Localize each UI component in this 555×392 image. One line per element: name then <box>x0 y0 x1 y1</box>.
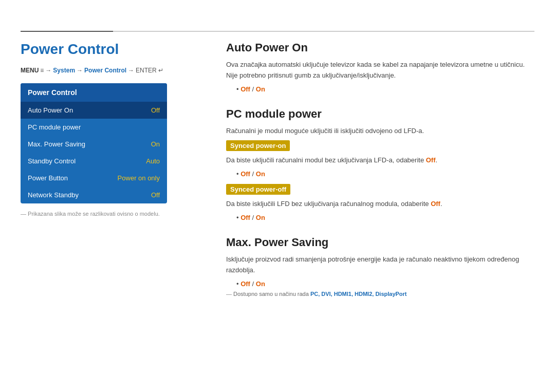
on-text-max-power: On <box>256 280 265 288</box>
menu-item-power-button[interactable]: Power Button Power on only <box>21 170 167 186</box>
off-text-max-power: Off <box>240 280 250 288</box>
breadcrumb-menu: MENU <box>21 67 39 74</box>
menu-item-standby-control[interactable]: Standby Control Auto <box>21 153 167 170</box>
breadcrumb-system: System <box>53 67 75 74</box>
highlight-off-text: Off <box>240 85 250 93</box>
menu-item-auto-power-on[interactable]: Auto Power On Off <box>21 102 167 119</box>
section-title-auto-power-on: Auto Power On <box>226 41 534 54</box>
menu-item-label-network-standby: Network Standby <box>28 191 79 199</box>
menu-item-value-max-power: On <box>151 140 160 148</box>
breadcrumb-arrow3: → <box>128 67 134 74</box>
section-title-pc-module: PC module power <box>226 107 534 121</box>
menu-item-value-network-standby: Off <box>151 191 160 199</box>
menu-item-value-standby: Auto <box>146 157 160 165</box>
on-text-synced-on: On <box>256 170 265 178</box>
synced-power-on-block: Synced power-on Da biste uključili račun… <box>226 140 534 178</box>
bullet-max-power-saving: Off / On <box>236 280 534 288</box>
note-modes: PC, DVI, HDMI1, HDMI2, DisplayPort <box>310 291 407 297</box>
menu-item-label-standby: Standby Control <box>28 157 76 165</box>
note-max-power-saving: Dostupno samo u načinu rada PC, DVI, HDM… <box>226 291 534 297</box>
menu-item-max-power-saving[interactable]: Max. Power Saving On <box>21 136 167 153</box>
left-panel: Power Control MENU ≡ → System → Power Co… <box>21 41 206 217</box>
bullet-synced-power-on: Off / On <box>236 170 534 178</box>
menu-item-label-max-power: Max. Power Saving <box>28 140 85 148</box>
footnote: Prikazana slika može se razlikovati ovis… <box>21 211 206 217</box>
bullet-auto-power-on: Off / On <box>236 85 534 93</box>
section-pc-module-power: PC module power Računalni je modul moguć… <box>226 107 534 221</box>
page-title: Power Control <box>21 41 206 58</box>
section-title-max-power-saving: Max. Power Saving <box>226 236 534 249</box>
menu-item-network-standby[interactable]: Network Standby Off <box>21 186 167 203</box>
menu-item-label-power-button: Power Button <box>28 174 68 182</box>
menu-item-value-power-button: Power on only <box>118 174 160 182</box>
breadcrumb: MENU ≡ → System → Power Control → ENTER … <box>21 67 206 74</box>
menu-header: Power Control <box>21 83 167 102</box>
breadcrumb-arrow1: → <box>45 67 51 74</box>
section-desc-auto-power-on: Ova značajka automatski uključuje televi… <box>226 60 534 81</box>
desc-synced-power-off: Da biste isključili LFD bez uključivanja… <box>226 199 534 210</box>
menu-box: Power Control Auto Power On Off PC modul… <box>21 83 167 203</box>
on-text-synced-off: On <box>256 214 265 221</box>
breadcrumb-arrow2: → <box>77 67 83 74</box>
desc-synced-power-on: Da biste uključili računalni modul bez u… <box>226 155 534 166</box>
breadcrumb-power-control: Power Control <box>84 67 126 74</box>
section-desc-pc-module: Računalni je modul moguće uključiti ili … <box>226 126 534 137</box>
breadcrumb-enter: ENTER ↵ <box>136 67 163 74</box>
section-max-power-saving: Max. Power Saving Isključuje proizvod ra… <box>226 236 534 297</box>
menu-item-pc-module-power[interactable]: PC module power <box>21 119 167 136</box>
right-panel: Auto Power On Ova značajka automatski uk… <box>226 41 534 311</box>
menu-item-label-auto-power-on: Auto Power On <box>28 106 73 114</box>
menu-item-value-auto-power-on: Off <box>151 106 160 114</box>
section-desc-max-power-saving: Isključuje proizvod radi smanjenja potro… <box>226 254 534 276</box>
off-text-synced-on: Off <box>240 170 250 178</box>
off-text-synced-off: Off <box>240 214 250 221</box>
synced-power-off-block: Synced power-off Da biste isključili LFD… <box>226 184 534 221</box>
subheading-synced-power-off: Synced power-off <box>226 184 290 195</box>
off-highlight-synced-on: Off <box>426 156 436 164</box>
subheading-synced-power-on: Synced power-on <box>226 140 290 151</box>
bullet-synced-power-off: Off / On <box>236 214 534 221</box>
off-highlight-synced-off: Off <box>431 200 440 208</box>
section-auto-power-on: Auto Power On Ova značajka automatski uk… <box>226 41 534 93</box>
highlight-on-text: On <box>256 85 265 93</box>
right-divider <box>226 31 534 31</box>
breadcrumb-menu-icon: ≡ <box>40 67 44 74</box>
menu-item-label-pc-module: PC module power <box>28 123 81 131</box>
